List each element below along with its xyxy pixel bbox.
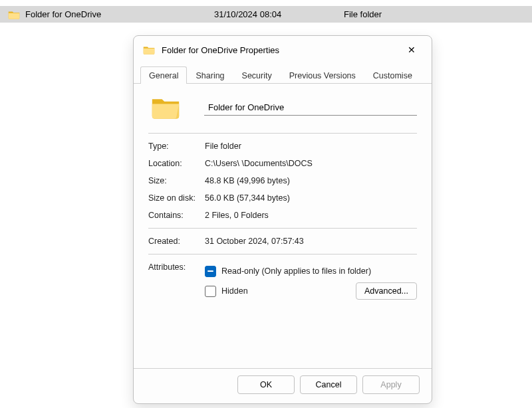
file-row[interactable]: Folder for OneDrive 31/10/2024 08:04 Fil…: [0, 6, 532, 23]
dialog-footer: OK Cancel Apply: [134, 368, 432, 403]
file-date: 31/10/2024 08:04: [214, 9, 344, 19]
cancel-button[interactable]: Cancel: [300, 375, 357, 394]
readonly-checkbox[interactable]: [205, 266, 216, 277]
folder-name-input[interactable]: [204, 100, 417, 116]
tab-previous-versions[interactable]: Previous Versions: [281, 66, 364, 84]
label-type: Type:: [148, 142, 205, 151]
folder-icon: [143, 45, 155, 54]
label-created: Created:: [148, 237, 205, 246]
properties-dialog: Folder for OneDrive Properties ✕ General…: [133, 35, 432, 404]
label-size: Size:: [148, 176, 205, 185]
ok-button[interactable]: OK: [237, 375, 295, 394]
tab-security[interactable]: Security: [233, 66, 281, 84]
label-contains: Contains:: [148, 211, 205, 220]
value-created: 31 October 2024, 07:57:43: [205, 237, 417, 246]
tab-customise[interactable]: Customise: [364, 66, 421, 84]
tabstrip: General Sharing Security Previous Versio…: [134, 64, 432, 84]
value-contains: 2 Files, 0 Folders: [205, 211, 417, 220]
readonly-label: Read-only (Only applies to files in fold…: [221, 266, 371, 276]
value-location: C:\Users\ \Documents\DOCS: [205, 159, 417, 168]
tab-sharing[interactable]: Sharing: [187, 66, 233, 84]
hidden-checkbox[interactable]: [205, 286, 216, 297]
folder-icon: [8, 10, 20, 19]
tab-panel-general: Type: File folder Location: C:\Users\ \D…: [134, 84, 432, 368]
titlebar[interactable]: Folder for OneDrive Properties ✕: [134, 36, 432, 64]
close-button[interactable]: ✕: [397, 40, 426, 60]
label-location: Location:: [148, 159, 205, 168]
advanced-button[interactable]: Advanced...: [356, 282, 417, 300]
label-size-on-disk: Size on disk:: [148, 193, 205, 203]
value-size-on-disk: 56.0 KB (57,344 bytes): [205, 193, 417, 203]
file-name: Folder for OneDrive: [25, 9, 101, 19]
label-attributes: Attributes:: [148, 262, 205, 300]
tab-general[interactable]: General: [140, 66, 187, 84]
file-type: File folder: [344, 9, 382, 19]
value-size: 48.8 KB (49,996 bytes): [205, 176, 417, 185]
close-icon: ✕: [408, 45, 416, 54]
hidden-label: Hidden: [221, 286, 248, 296]
apply-button[interactable]: Apply: [362, 375, 420, 394]
folder-icon: [151, 96, 180, 120]
value-type: File folder: [205, 142, 417, 151]
dialog-title: Folder for OneDrive Properties: [162, 45, 397, 55]
